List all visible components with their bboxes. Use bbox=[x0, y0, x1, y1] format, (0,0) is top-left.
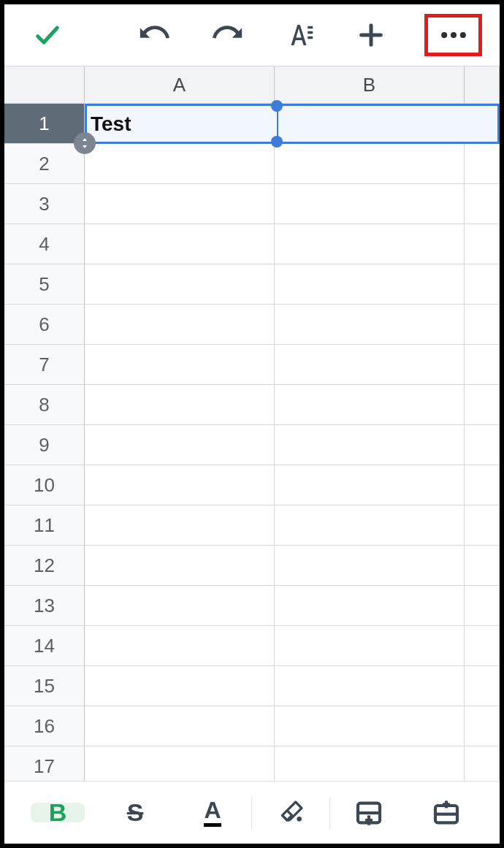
cell[interactable] bbox=[275, 305, 465, 345]
cell[interactable] bbox=[85, 425, 275, 465]
table-row: 4 bbox=[4, 224, 500, 264]
cell[interactable] bbox=[85, 546, 275, 586]
cell[interactable] bbox=[85, 224, 275, 264]
row-header-3[interactable]: 3 bbox=[4, 184, 85, 224]
row-header-7[interactable]: 7 bbox=[4, 345, 85, 385]
row-header-2[interactable]: 2 bbox=[4, 144, 85, 184]
row-header-17[interactable]: 17 bbox=[4, 746, 85, 781]
row-header-9[interactable]: 9 bbox=[4, 425, 85, 465]
cell[interactable] bbox=[465, 746, 500, 781]
top-toolbar bbox=[4, 4, 500, 66]
cell[interactable] bbox=[85, 305, 275, 345]
cell[interactable] bbox=[275, 626, 465, 666]
row-header-8[interactable]: 8 bbox=[4, 385, 85, 425]
cell[interactable] bbox=[275, 546, 465, 586]
cell-C1[interactable] bbox=[465, 104, 500, 144]
insert-cell-button[interactable] bbox=[408, 798, 485, 828]
cell[interactable] bbox=[85, 264, 275, 305]
row-header-4[interactable]: 4 bbox=[4, 224, 85, 264]
cell[interactable] bbox=[85, 586, 275, 626]
cell[interactable] bbox=[275, 505, 465, 546]
cell[interactable] bbox=[275, 264, 465, 305]
cell[interactable] bbox=[465, 144, 500, 184]
cell[interactable] bbox=[275, 666, 465, 706]
cell[interactable] bbox=[85, 184, 275, 224]
cell[interactable] bbox=[465, 385, 500, 425]
bottom-toolbar: B S A bbox=[4, 781, 500, 844]
row-header-13[interactable]: 13 bbox=[4, 586, 85, 626]
cell[interactable] bbox=[275, 706, 465, 746]
select-all-corner[interactable] bbox=[4, 66, 85, 103]
cell[interactable] bbox=[275, 746, 465, 781]
cell[interactable] bbox=[465, 546, 500, 586]
cell[interactable] bbox=[275, 586, 465, 626]
row-header-6[interactable]: 6 bbox=[4, 305, 85, 345]
row-header-11[interactable]: 11 bbox=[4, 505, 85, 546]
check-icon bbox=[33, 20, 62, 50]
row-header-1[interactable]: 1 bbox=[4, 104, 85, 144]
table-row: 7 bbox=[4, 345, 500, 385]
column-header-empty[interactable] bbox=[465, 66, 500, 103]
more-horizontal-icon bbox=[438, 19, 470, 51]
cell[interactable] bbox=[465, 626, 500, 666]
more-button[interactable] bbox=[424, 14, 482, 56]
text-format-button[interactable] bbox=[280, 15, 318, 56]
table-row: 14 bbox=[4, 626, 500, 666]
cell[interactable] bbox=[275, 224, 465, 264]
strikethrough-button[interactable]: S bbox=[96, 798, 174, 827]
cell[interactable] bbox=[275, 385, 465, 425]
cell[interactable] bbox=[465, 184, 500, 224]
cell[interactable] bbox=[85, 144, 275, 184]
cell[interactable] bbox=[85, 465, 275, 505]
table-row: 3 bbox=[4, 184, 500, 224]
row-header-14[interactable]: 14 bbox=[4, 626, 85, 666]
cell-B1[interactable] bbox=[275, 104, 465, 144]
cell[interactable] bbox=[465, 345, 500, 385]
accept-button[interactable] bbox=[29, 15, 66, 56]
cell[interactable] bbox=[275, 425, 465, 465]
cell[interactable] bbox=[465, 264, 500, 305]
cell[interactable] bbox=[275, 345, 465, 385]
row-header-12[interactable]: 12 bbox=[4, 546, 85, 586]
cell[interactable] bbox=[465, 465, 500, 505]
fill-color-button[interactable] bbox=[252, 798, 329, 828]
cell[interactable] bbox=[465, 425, 500, 465]
cell[interactable] bbox=[465, 305, 500, 345]
add-button[interactable] bbox=[353, 15, 390, 56]
cell[interactable] bbox=[85, 345, 275, 385]
svg-rect-2 bbox=[308, 37, 313, 39]
spreadsheet-grid[interactable]: A B Test 1 2 3 4 5 6 7 8 9 10 11 12 13 1… bbox=[4, 66, 500, 781]
row-drag-handle[interactable] bbox=[74, 132, 96, 154]
cell[interactable] bbox=[85, 385, 275, 425]
cell[interactable] bbox=[85, 666, 275, 706]
bold-button[interactable]: B bbox=[19, 798, 96, 827]
text-color-button[interactable]: A bbox=[174, 798, 251, 827]
svg-rect-0 bbox=[308, 26, 313, 29]
undo-button[interactable] bbox=[137, 15, 174, 56]
row-header-5[interactable]: 5 bbox=[4, 264, 85, 305]
table-row: 8 bbox=[4, 385, 500, 425]
cell[interactable] bbox=[275, 184, 465, 224]
cell[interactable] bbox=[465, 706, 500, 746]
redo-button[interactable] bbox=[208, 15, 245, 56]
cell-format-icon bbox=[354, 798, 383, 828]
cell[interactable] bbox=[85, 505, 275, 546]
cell-A1[interactable] bbox=[85, 104, 275, 144]
cell[interactable] bbox=[85, 746, 275, 781]
cell-format-button[interactable] bbox=[330, 798, 408, 828]
strikethrough-icon: S bbox=[127, 798, 144, 827]
cell[interactable] bbox=[465, 505, 500, 546]
cell[interactable] bbox=[465, 224, 500, 264]
cell[interactable] bbox=[85, 706, 275, 746]
cell[interactable] bbox=[465, 666, 500, 706]
cell[interactable] bbox=[465, 586, 500, 626]
cell[interactable] bbox=[275, 144, 465, 184]
cell[interactable] bbox=[275, 465, 465, 505]
row-header-16[interactable]: 16 bbox=[4, 706, 85, 746]
table-row: 16 bbox=[4, 706, 500, 746]
row-header-15[interactable]: 15 bbox=[4, 666, 85, 706]
row-header-10[interactable]: 10 bbox=[4, 465, 85, 505]
cell[interactable] bbox=[85, 626, 275, 666]
column-header-B[interactable]: B bbox=[275, 66, 465, 103]
column-header-A[interactable]: A bbox=[85, 66, 275, 103]
